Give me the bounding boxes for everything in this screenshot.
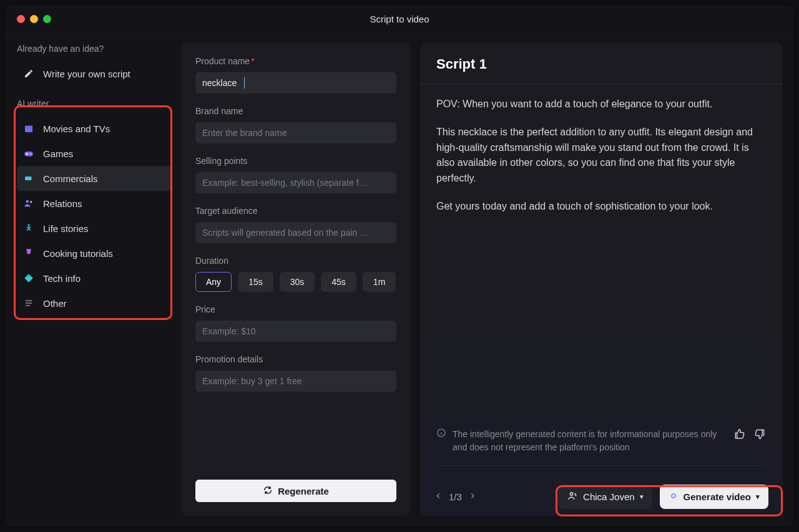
sidebar-item-write-own[interactable]: Write your own script [17,61,172,86]
svg-point-13 [570,492,573,495]
target-audience-label: Target audience [195,206,396,216]
duration-options: Any 15s 30s 45s 1m [195,272,396,292]
thumbs-down-icon[interactable] [753,428,766,444]
sidebar-item-label: Other [43,298,67,309]
script-paragraph: This necklace is the perfect addition to… [436,125,766,186]
script-paragraph: POV: When you want to add a touch of ele… [436,97,766,112]
sidebar-item-label: Cooking tutorials [43,248,113,259]
promo-input[interactable] [195,370,396,392]
svg-rect-9 [26,301,32,302]
duration-any[interactable]: Any [195,272,232,292]
product-name-label: Product name* [195,56,396,66]
svg-rect-4 [25,177,32,180]
tag-icon [23,273,34,284]
svg-rect-10 [26,302,32,304]
gamepad-icon [23,148,34,159]
sidebar-item-label: Write your own script [43,69,130,79]
text-caret [244,77,245,89]
script-footer: 1/3 Chica Joven ▾ [420,477,782,516]
form-panel: Product name* Brand name Selling points … [182,42,410,516]
generate-video-button[interactable]: Generate video ▾ [660,485,768,509]
sidebar-heading-idea: Already have an idea? [17,44,172,54]
duration-label: Duration [195,256,396,266]
brand-name-label: Brand name [195,106,396,116]
feedback-buttons [733,428,766,444]
sidebar-item-cooking[interactable]: Cooking tutorials [17,241,172,266]
maximize-window-button[interactable] [43,15,51,23]
script-pager: 1/3 [434,491,477,502]
wine-glass-icon [23,248,34,259]
sidebar-item-label: Games [43,148,73,159]
product-name-input[interactable] [195,72,396,94]
script-title: Script 1 [420,42,782,84]
sidebar-item-tech-info[interactable]: Tech info [17,266,172,291]
minimize-window-button[interactable] [30,15,38,23]
duration-30s[interactable]: 30s [280,272,315,292]
script-body: POV: When you want to add a touch of ele… [420,84,782,409]
chevron-down-icon: ▾ [640,493,644,501]
refresh-icon [263,485,273,497]
main-body: Already have an idea? Write your own scr… [7,32,792,526]
price-label: Price [195,304,396,314]
close-window-button[interactable] [17,15,25,23]
svg-rect-11 [26,305,31,306]
duration-45s[interactable]: 45s [321,272,356,292]
sidebar-heading-ai: AI writer [17,99,172,109]
list-icon [23,297,34,309]
titlebar: Script to video [7,6,792,32]
price-input[interactable] [195,321,396,342]
svg-point-8 [28,276,29,277]
sidebar-item-other[interactable]: Other [17,291,172,316]
svg-point-7 [28,224,30,226]
thumbs-up-icon[interactable] [733,428,746,444]
sidebar-item-label: Relations [43,198,82,209]
sidebar-item-label: Commercials [43,173,98,184]
sidebar-item-relations[interactable]: Relations [17,191,172,216]
regenerate-button[interactable]: Regenerate [195,480,396,502]
prev-script-button[interactable] [434,491,443,502]
avatar-icon [567,490,578,503]
sidebar-item-games[interactable]: Games [17,141,172,166]
sidebar-item-label: Life stories [43,223,89,234]
clapperboard-icon [23,123,34,134]
window-title: Script to video [7,14,792,24]
sidebar-item-commercials[interactable]: Commercials [17,166,172,191]
avatar-select-button[interactable]: Chica Joven ▾ [558,485,652,509]
people-icon [23,198,34,209]
svg-point-15 [672,495,675,497]
promo-label: Promotion details [195,354,396,364]
sidebar-item-movies-tvs[interactable]: Movies and TVs [17,116,172,141]
brand-name-input[interactable] [195,122,396,143]
disclaimer: The intelligently generated content is f… [436,428,766,466]
svg-rect-0 [24,152,33,157]
svg-point-5 [26,200,29,203]
target-audience-input[interactable] [195,222,396,243]
chevron-down-icon: ▾ [756,493,760,501]
megaphone-icon [23,173,34,184]
sidebar-item-life-stories[interactable]: Life stories [17,216,172,241]
svg-rect-3 [26,153,27,155]
svg-point-6 [30,201,32,203]
selling-points-label: Selling points [195,156,396,166]
script-paragraph: Get yours today and add a touch of sophi… [436,199,766,215]
app-window: Script to video Already have an idea? Wr… [6,6,793,526]
pager-text: 1/3 [449,491,462,502]
sidebar-item-label: Movies and TVs [43,123,110,134]
svg-point-1 [30,153,31,155]
script-panel: Script 1 POV: When you want to add a tou… [420,42,782,516]
sparkle-icon [669,491,679,503]
window-controls [17,15,51,23]
pencil-icon [23,68,34,79]
dance-icon [23,223,34,234]
sidebar: Already have an idea? Write your own scr… [17,42,172,516]
next-script-button[interactable] [468,491,477,502]
sidebar-item-label: Tech info [43,273,81,284]
selling-points-input[interactable] [195,172,396,193]
duration-15s[interactable]: 15s [238,272,273,292]
duration-1m[interactable]: 1m [363,272,396,292]
info-icon [436,428,446,442]
